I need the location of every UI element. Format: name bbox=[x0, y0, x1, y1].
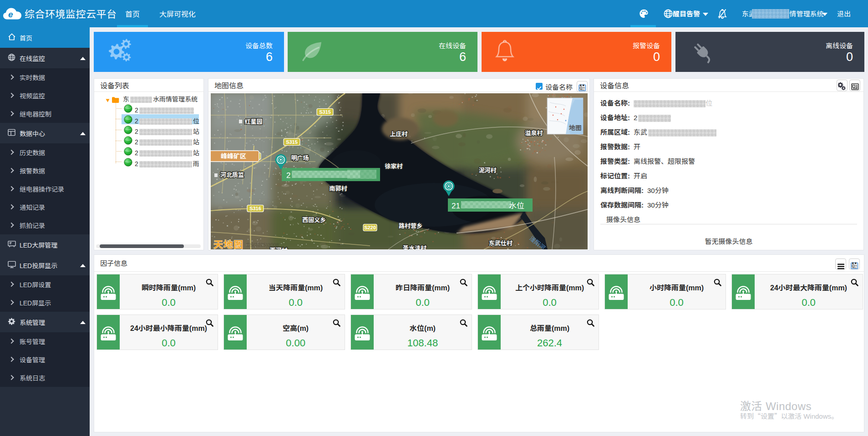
svg-text:天地图: 天地图 bbox=[213, 237, 244, 249]
svg-text:圣水洼村: 圣水洼村 bbox=[403, 243, 426, 249]
svg-text:21: 21 bbox=[452, 199, 460, 211]
svg-text:e: e bbox=[8, 10, 13, 19]
svg-text:红星园: 红星园 bbox=[244, 117, 262, 126]
svg-text:东武仕村: 东武仕村 bbox=[489, 238, 513, 247]
svg-text:西固义乡: 西固义乡 bbox=[302, 215, 326, 224]
svg-text:上庄村: 上庄村 bbox=[390, 129, 407, 138]
svg-text:地图: 地图 bbox=[569, 123, 582, 132]
svg-text:河北质监: 河北质监 bbox=[220, 170, 244, 179]
svg-text:CS(2025)3008: CS(2025)3008 bbox=[246, 241, 279, 248]
svg-text:峰峰矿区: 峰峰矿区 bbox=[221, 151, 246, 160]
svg-text:徐家村: 徐家村 bbox=[385, 162, 402, 170]
svg-text:S220: S220 bbox=[364, 223, 376, 231]
svg-text:溢泉村: 溢泉村 bbox=[525, 128, 543, 137]
svg-text:路村营乡: 路村营乡 bbox=[399, 221, 422, 230]
svg-text:南郭村: 南郭村 bbox=[329, 184, 347, 193]
svg-text:S315: S315 bbox=[286, 138, 298, 145]
svg-text:S316: S316 bbox=[249, 204, 261, 212]
svg-text:2: 2 bbox=[286, 169, 290, 180]
svg-text:S315: S315 bbox=[319, 108, 331, 115]
svg-text:泥河村: 泥河村 bbox=[478, 166, 496, 174]
svg-text:水位: 水位 bbox=[509, 199, 524, 211]
svg-text:明广场: 明广场 bbox=[291, 153, 309, 162]
